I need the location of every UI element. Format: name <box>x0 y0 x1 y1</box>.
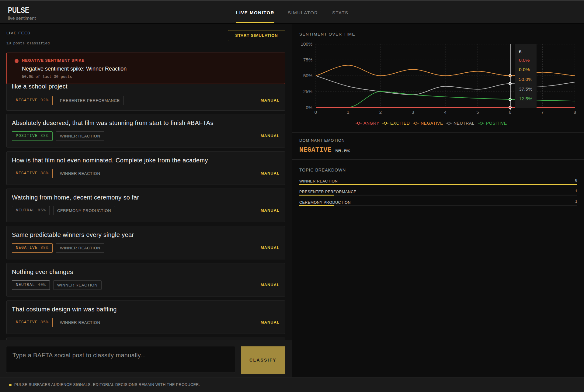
svg-text:4: 4 <box>444 109 447 115</box>
svg-text:0.0%: 0.0% <box>519 57 530 63</box>
svg-text:2: 2 <box>379 109 382 115</box>
svg-text:0%: 0% <box>306 105 312 110</box>
svg-text:0: 0 <box>315 109 317 115</box>
svg-text:1: 1 <box>347 109 349 115</box>
svg-text:POSITIVE: POSITIVE <box>486 121 507 126</box>
svg-text:ANGRY: ANGRY <box>363 121 379 126</box>
svg-text:100%: 100% <box>301 41 312 47</box>
svg-text:NEUTRAL: NEUTRAL <box>454 121 474 126</box>
svg-text:37.5%: 37.5% <box>519 86 532 92</box>
svg-text:50.0%: 50.0% <box>519 77 532 82</box>
svg-text:8: 8 <box>574 109 576 115</box>
svg-text:3: 3 <box>412 109 414 115</box>
svg-text:5: 5 <box>476 109 479 115</box>
svg-text:EXCITED: EXCITED <box>390 121 410 126</box>
svg-text:12.5%: 12.5% <box>519 96 532 101</box>
svg-text:NEGATIVE: NEGATIVE <box>421 121 443 126</box>
svg-text:50%: 50% <box>303 73 312 78</box>
svg-text:6: 6 <box>519 49 522 54</box>
svg-text:SENTIMENT OVER TIME: SENTIMENT OVER TIME <box>299 32 355 36</box>
svg-text:25%: 25% <box>303 89 312 94</box>
svg-text:6: 6 <box>509 109 511 115</box>
svg-text:0.0%: 0.0% <box>519 67 530 72</box>
svg-text:75%: 75% <box>303 57 312 62</box>
svg-text:7: 7 <box>541 109 544 115</box>
